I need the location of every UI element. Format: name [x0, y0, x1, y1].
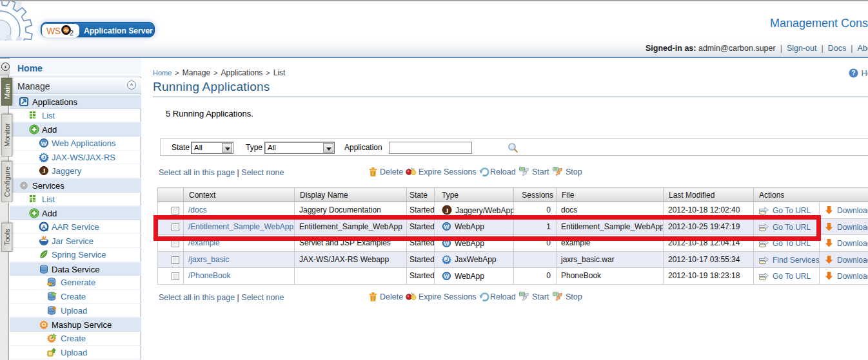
svg-text:W: W [41, 140, 47, 146]
svg-text:J: J [43, 167, 46, 175]
svg-text:J: J [445, 207, 449, 214]
svg-text:?: ? [851, 70, 855, 77]
svg-text:J: J [43, 155, 45, 160]
svg-text:W: W [444, 273, 449, 279]
svg-text:A: A [42, 223, 46, 230]
svg-text:W: W [444, 240, 449, 247]
svg-text:J: J [445, 257, 448, 263]
